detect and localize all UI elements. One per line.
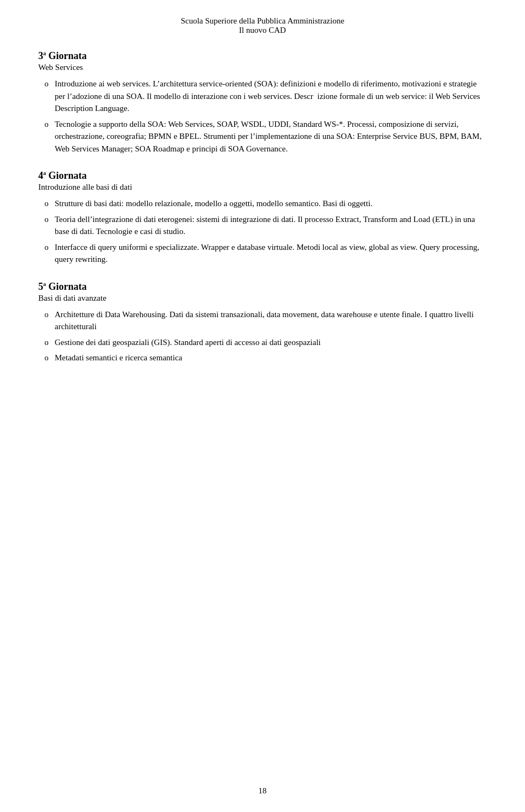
page-container: Scuola Superiore della Pubblica Amminist… (0, 0, 525, 812)
list-item: o Interfacce di query uniformi e special… (38, 241, 487, 266)
bullet-marker: o (38, 197, 55, 210)
bullet-list-3: o Introduzione ai web services. L’archit… (38, 78, 487, 155)
bullet-marker: o (38, 213, 55, 226)
section-title-4: 4a Giornata (38, 170, 487, 182)
bullet-text: Introduzione ai web services. L’architet… (55, 78, 487, 115)
bullet-marker: o (38, 241, 55, 254)
bullet-marker: o (38, 352, 55, 364)
list-item: o Introduzione ai web services. L’archit… (38, 78, 487, 115)
page-header: Scuola Superiore della Pubblica Amminist… (38, 16, 487, 35)
bullet-marker: o (38, 118, 55, 131)
list-item: o Strutture di basi dati: modello relazi… (38, 197, 487, 210)
bullet-list-4: o Strutture di basi dati: modello relazi… (38, 197, 487, 266)
section-title-3: 3a Giornata (38, 50, 487, 62)
list-item: o Gestione dei dati geospaziali (GIS). S… (38, 336, 487, 349)
section-title-5: 5a Giornata (38, 281, 487, 293)
bullet-marker: o (38, 308, 55, 321)
bullet-text: Strutture di basi dati: modello relazion… (55, 197, 487, 210)
section-giornata3: 3a Giornata Web Services o Introduzione … (38, 50, 487, 155)
list-item: o Teoria dell’integrazione di dati etero… (38, 213, 487, 238)
section-subtitle-5: Basi di dati avanzate (38, 294, 487, 303)
header-line1: Scuola Superiore della Pubblica Amminist… (38, 16, 487, 26)
bullet-text: Metadati semantici e ricerca semantica (55, 352, 487, 364)
list-item: o Architetture di Data Warehousing. Dati… (38, 308, 487, 333)
bullet-list-5: o Architetture di Data Warehousing. Dati… (38, 308, 487, 364)
bullet-text: Tecnologie a supporto della SOA: Web Ser… (55, 118, 487, 155)
bullet-marker: o (38, 336, 55, 349)
section-giornata5: 5a Giornata Basi di dati avanzate o Arch… (38, 281, 487, 364)
list-item: o Metadati semantici e ricerca semantica (38, 352, 487, 364)
bullet-text: Gestione dei dati geospaziali (GIS). Sta… (55, 336, 487, 349)
bullet-text: Architetture di Data Warehousing. Dati d… (55, 308, 487, 333)
superscript-3: a (43, 50, 46, 56)
bullet-text: Teoria dell’integrazione di dati eteroge… (55, 213, 487, 238)
superscript-4: a (43, 170, 46, 176)
bullet-marker: o (38, 78, 55, 90)
superscript-5: a (43, 281, 46, 287)
bullet-text: Interfacce di query uniformi e specializ… (55, 241, 487, 266)
section-subtitle-3: Web Services (38, 63, 487, 72)
page-number: 18 (259, 786, 267, 796)
section-giornata4: 4a Giornata Introduzione alle basi di da… (38, 170, 487, 266)
header-line2: Il nuovo CAD (38, 26, 487, 35)
list-item: o Tecnologie a supporto della SOA: Web S… (38, 118, 487, 155)
section-subtitle-4: Introduzione alle basi di dati (38, 183, 487, 192)
